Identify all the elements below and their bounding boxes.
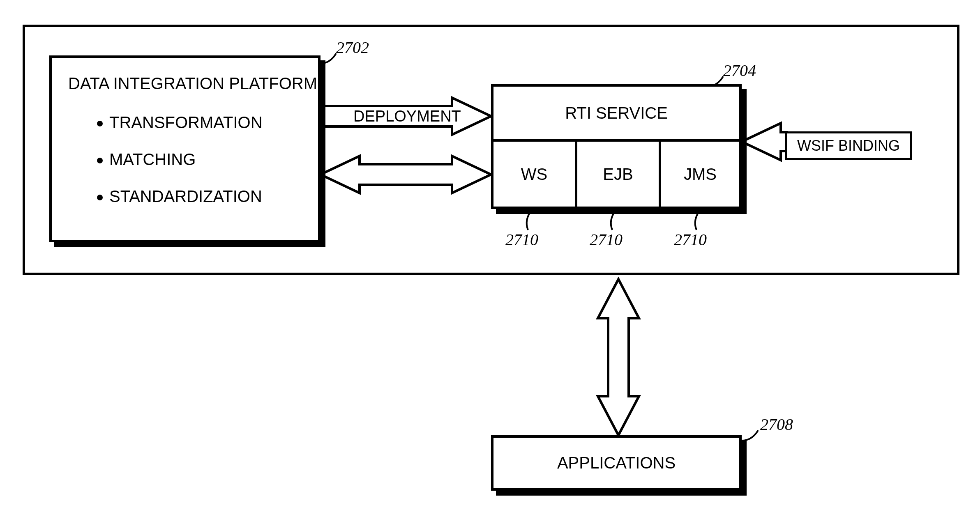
- svg-marker-1: [321, 156, 491, 193]
- platform-bullet-0: TRANSFORMATION: [97, 113, 263, 132]
- ejb-box: EJB: [575, 139, 661, 209]
- ref-applications: 2708: [760, 415, 793, 434]
- rti-service-box: RTI SERVICE: [491, 84, 742, 142]
- platform-title: DATA INTEGRATION PLATFORM: [68, 74, 317, 93]
- ejb-label: EJB: [603, 165, 633, 184]
- platform-bullet-1: MATCHING: [97, 150, 196, 169]
- applications-box: APPLICATIONS: [491, 435, 742, 491]
- jms-box: JMS: [659, 139, 742, 209]
- ref-ws: 2710: [505, 230, 538, 249]
- applications-label: APPLICATIONS: [557, 454, 676, 472]
- rti-title: RTI SERVICE: [565, 104, 668, 122]
- platform-box: DATA INTEGRATION PLATFORM TRANSFORMATION…: [49, 55, 321, 242]
- deployment-label: DEPLOYMENT: [353, 108, 461, 125]
- svg-marker-2: [742, 123, 787, 160]
- ref-ejb: 2710: [590, 230, 623, 249]
- ws-label: WS: [521, 165, 547, 184]
- svg-marker-3: [598, 279, 639, 435]
- wsif-box: WSIF BINDING: [785, 131, 912, 160]
- platform-bullet-2: STANDARDIZATION: [97, 187, 262, 206]
- wsif-label: WSIF BINDING: [797, 137, 900, 154]
- diagram-stage: DATA INTEGRATION PLATFORM TRANSFORMATION…: [0, 0, 980, 519]
- ref-rti: 2704: [723, 61, 756, 80]
- wsif-arrow: [742, 123, 787, 160]
- ref-jms: 2710: [674, 230, 707, 249]
- bidir-arrow: [321, 156, 491, 193]
- jms-label: JMS: [684, 165, 717, 184]
- ws-box: WS: [491, 139, 577, 209]
- ref-platform: 2702: [336, 38, 369, 57]
- vertical-arrow: [598, 279, 639, 435]
